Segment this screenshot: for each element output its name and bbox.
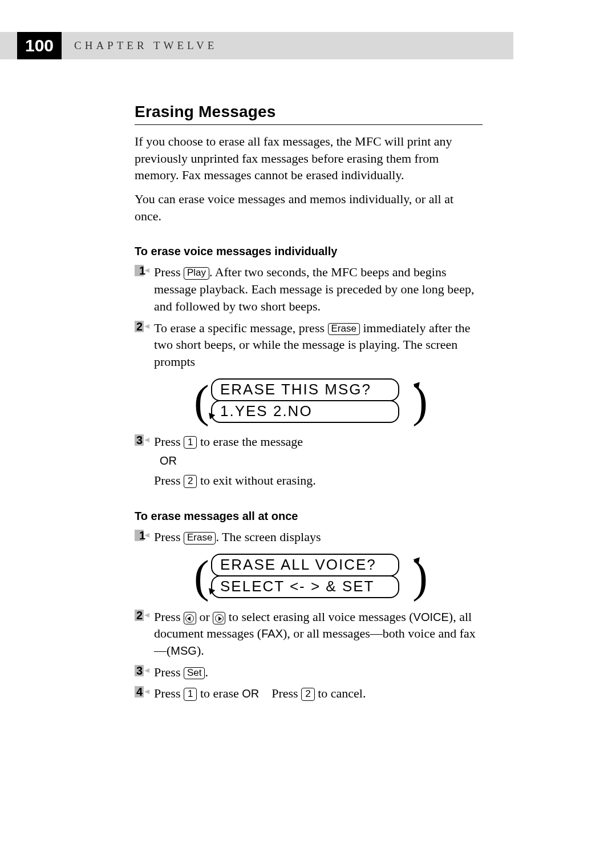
subheading-all-at-once: To erase messages all at once — [135, 510, 483, 523]
step-2b: 2 Press or to select erasing all voice m… — [135, 608, 483, 659]
keycap-erase: Erase — [328, 323, 360, 336]
text: to cancel. — [315, 686, 366, 700]
lcd-line-1: ERASE ALL VOICE? — [211, 554, 399, 576]
step-body: Press 1 to erase the message OR Press 2 … — [154, 433, 483, 489]
or-label: OR — [160, 453, 483, 469]
step-3b: 3 Press Set. — [135, 664, 483, 681]
right-arrow-key-icon — [213, 612, 225, 624]
text: ). — [197, 643, 204, 658]
lcd-display-1: ( ERASE THIS MSG? 1.YES 2.NO ) — [135, 378, 483, 423]
step-2: 2 To erase a specific message, press Era… — [135, 320, 483, 370]
text: . — [205, 665, 208, 679]
svg-marker-5 — [144, 324, 149, 329]
text: Press — [154, 434, 184, 449]
svg-text:2: 2 — [136, 320, 143, 333]
step-number-icon: 2 — [135, 608, 154, 659]
text: to erase — [197, 686, 242, 700]
page-number: 100 — [17, 32, 62, 59]
page-content: Erasing Messages If you choose to erase … — [135, 103, 483, 707]
step-number-icon: 1 — [135, 264, 154, 314]
or-label: OR — [242, 687, 259, 700]
text: to exit without erasing. — [197, 473, 315, 487]
step-body: Press 1 to erase OR Press 2 to cancel. — [154, 685, 483, 702]
svg-text:3: 3 — [136, 434, 143, 446]
svg-text:2: 2 — [136, 609, 143, 622]
text: Press — [154, 665, 184, 679]
text: Press — [154, 473, 184, 487]
svg-text:4: 4 — [136, 685, 143, 698]
svg-text:3: 3 — [136, 664, 143, 677]
chapter-label: CHAPTER TWELVE — [74, 32, 217, 59]
voice-label: VOICE — [414, 611, 449, 623]
keycap-play: Play — [184, 267, 209, 280]
step-body: To erase a specific message, press Erase… — [154, 320, 483, 370]
text: Press — [154, 265, 184, 279]
fax-label: FAX — [261, 627, 283, 640]
svg-marker-17 — [144, 668, 149, 673]
step-body: Press Set. — [154, 664, 483, 681]
section-heading: Erasing Messages — [135, 103, 483, 125]
lcd-line-2: 1.YES 2.NO — [211, 400, 399, 423]
step-number-icon: 3 — [135, 664, 154, 681]
svg-marker-14 — [144, 613, 149, 618]
step-number-icon: 1 — [135, 529, 154, 546]
svg-marker-20 — [144, 689, 149, 694]
step-body: Press or to select erasing all voice mes… — [154, 608, 483, 659]
intro-paragraph-2: You can erase voice messages and memos i… — [135, 191, 483, 224]
step-body: Press Play. After two seconds, the MFC b… — [154, 264, 483, 314]
keycap-1: 1 — [184, 436, 197, 449]
step-body: Press Erase. The screen displays — [154, 529, 483, 546]
subheading-individual: To erase voice messages individually — [135, 245, 483, 258]
text: to erase the message — [197, 434, 303, 449]
left-arrow-key-icon — [184, 612, 196, 624]
lcd-display-2: ( ERASE ALL VOICE? SELECT <- > & SET ) — [135, 554, 483, 598]
keycap-1: 1 — [184, 688, 197, 701]
text: Press — [154, 610, 184, 624]
step-4b: 4 Press 1 to erase OR Press 2 to cancel. — [135, 685, 483, 702]
keycap-set: Set — [184, 667, 205, 680]
intro-paragraph-1: If you choose to erase all fax messages,… — [135, 133, 483, 184]
step-number-icon: 2 — [135, 320, 154, 370]
step-3: 3 Press 1 to erase the message OR Press … — [135, 433, 483, 489]
text: to select erasing all voice messages ( — [225, 610, 413, 624]
keycap-2: 2 — [184, 475, 197, 488]
step-1b: 1 Press Erase. The screen displays — [135, 529, 483, 546]
step-number-icon: 4 — [135, 685, 154, 702]
lcd-line-2: SELECT <- > & SET — [211, 575, 399, 598]
text: . The screen displays — [216, 530, 321, 544]
text: Press — [154, 530, 184, 544]
step-number-icon: 3 — [135, 433, 154, 489]
step-1: 1 Press Play. After two seconds, the MFC… — [135, 264, 483, 314]
svg-marker-8 — [144, 438, 149, 442]
text: Press — [271, 686, 301, 700]
text: or — [196, 610, 213, 624]
text: Press — [154, 686, 184, 700]
keycap-erase: Erase — [184, 532, 216, 545]
text: To erase a specific message, press — [154, 321, 328, 335]
keycap-2: 2 — [301, 688, 314, 701]
msg-label: MSG — [171, 644, 197, 657]
lcd-line-1: ERASE THIS MSG? — [211, 378, 399, 401]
